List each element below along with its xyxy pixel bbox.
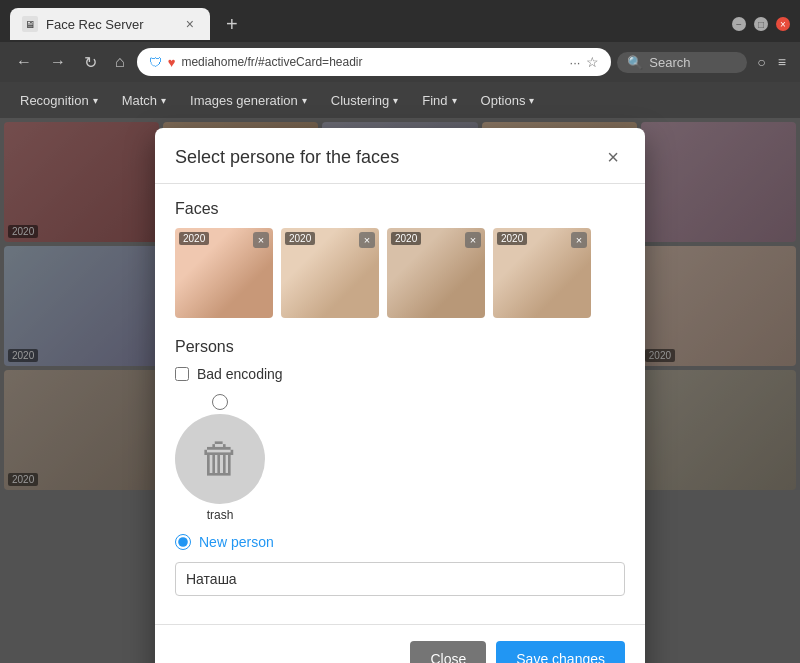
faces-row: 2020 × 2020 × 2020 × 2020: [175, 228, 625, 318]
shield-icon: 🛡: [149, 55, 162, 70]
clustering-label: Clustering: [331, 93, 390, 108]
forward-button[interactable]: →: [44, 49, 72, 75]
trash-icon: 🗑: [199, 435, 241, 483]
recognition-arrow: ▾: [93, 95, 98, 106]
new-person-radio[interactable]: [175, 534, 191, 550]
face-year-3: 2020: [391, 232, 421, 245]
select-person-modal: Select persone for the faces × Faces 202…: [155, 128, 645, 663]
options-arrow: ▾: [529, 95, 534, 106]
modal-header: Select persone for the faces ×: [155, 128, 645, 184]
face-remove-4[interactable]: ×: [571, 232, 587, 248]
face-thumb-4: 2020 ×: [493, 228, 591, 318]
recognition-label: Recognition: [20, 93, 89, 108]
tab-close-button[interactable]: ×: [182, 14, 198, 34]
modal-title: Select persone for the faces: [175, 147, 399, 168]
bad-encoding-label: Bad encoding: [197, 366, 283, 382]
face-remove-3[interactable]: ×: [465, 232, 481, 248]
persons-label: Persons: [175, 338, 625, 356]
face-year-4: 2020: [497, 232, 527, 245]
face-thumb-3: 2020 ×: [387, 228, 485, 318]
address-text: mediahome/fr/#activeCard=headir: [181, 55, 563, 69]
tab-title: Face Rec Server: [46, 17, 144, 32]
menu-recognition[interactable]: Recognition ▾: [10, 87, 108, 114]
faces-section: Faces 2020 × 2020 × 2020 ×: [175, 200, 625, 318]
bad-encoding-checkbox[interactable]: [175, 367, 189, 381]
options-label: Options: [481, 93, 526, 108]
person-avatar-trash: 🗑: [175, 414, 265, 504]
close-button[interactable]: ×: [776, 17, 790, 31]
clustering-arrow: ▾: [393, 95, 398, 106]
nav-bar: ← → ↻ ⌂ 🛡 ♥ mediahome/fr/#activeCard=hea…: [0, 42, 800, 82]
search-icon: 🔍: [627, 55, 643, 70]
person-name-trash: trash: [207, 508, 234, 522]
modal-footer: Close Save changes: [155, 624, 645, 663]
persons-grid: 🗑 trash: [175, 394, 625, 522]
menu-images-generation[interactable]: Images generation ▾: [180, 87, 317, 114]
search-box[interactable]: 🔍 Search: [617, 52, 747, 73]
save-changes-button[interactable]: Save changes: [496, 641, 625, 663]
close-button[interactable]: Close: [410, 641, 486, 663]
new-person-row: New person: [175, 534, 625, 550]
face-year-2: 2020: [285, 232, 315, 245]
modal-overlay: Select persone for the faces × Faces 202…: [0, 118, 800, 663]
images-generation-arrow: ▾: [302, 95, 307, 106]
search-label: Search: [649, 55, 690, 70]
face-year-1: 2020: [179, 232, 209, 245]
face-remove-1[interactable]: ×: [253, 232, 269, 248]
match-arrow: ▾: [161, 95, 166, 106]
menu-match[interactable]: Match ▾: [112, 87, 176, 114]
maximize-button[interactable]: □: [754, 17, 768, 31]
bad-encoding-row: Bad encoding: [175, 366, 625, 382]
active-tab[interactable]: 🖥 Face Rec Server ×: [10, 8, 210, 40]
dots-button[interactable]: ···: [570, 55, 581, 70]
minimize-button[interactable]: −: [732, 17, 746, 31]
find-arrow: ▾: [452, 95, 457, 106]
menu-options[interactable]: Options ▾: [471, 87, 545, 114]
person-radio-trash[interactable]: [212, 394, 228, 410]
images-generation-label: Images generation: [190, 93, 298, 108]
refresh-button[interactable]: ↻: [78, 49, 103, 76]
faces-label: Faces: [175, 200, 625, 218]
modal-close-button[interactable]: ×: [601, 144, 625, 171]
new-person-label: New person: [199, 534, 274, 550]
address-bar[interactable]: 🛡 ♥ mediahome/fr/#activeCard=headir ··· …: [137, 48, 612, 76]
tab-favicon: 🖥: [22, 16, 38, 32]
tab-bar: 🖥 Face Rec Server × + − □ ×: [0, 0, 800, 42]
circle-icon[interactable]: ○: [753, 52, 769, 72]
match-label: Match: [122, 93, 157, 108]
nav-icons-group: ○ ≡: [753, 52, 790, 72]
face-thumb-1: 2020 ×: [175, 228, 273, 318]
menu-bar: Recognition ▾ Match ▾ Images generation …: [0, 82, 800, 118]
more-icon[interactable]: ≡: [774, 52, 790, 72]
find-label: Find: [422, 93, 447, 108]
modal-body: Faces 2020 × 2020 × 2020 ×: [155, 184, 645, 616]
person-item-trash[interactable]: 🗑 trash: [175, 394, 265, 522]
new-person-name-input[interactable]: [175, 562, 625, 596]
home-button[interactable]: ⌂: [109, 49, 131, 75]
back-button[interactable]: ←: [10, 49, 38, 75]
menu-find[interactable]: Find ▾: [412, 87, 466, 114]
bookmark-icon: ♥: [168, 55, 176, 70]
face-thumb-2: 2020 ×: [281, 228, 379, 318]
face-remove-2[interactable]: ×: [359, 232, 375, 248]
new-tab-button[interactable]: +: [218, 9, 246, 40]
bookmark-star-icon[interactable]: ☆: [586, 54, 599, 70]
persons-section: Persons Bad encoding 🗑 trash: [175, 338, 625, 600]
window-controls: − □ ×: [732, 17, 800, 31]
menu-clustering[interactable]: Clustering ▾: [321, 87, 409, 114]
